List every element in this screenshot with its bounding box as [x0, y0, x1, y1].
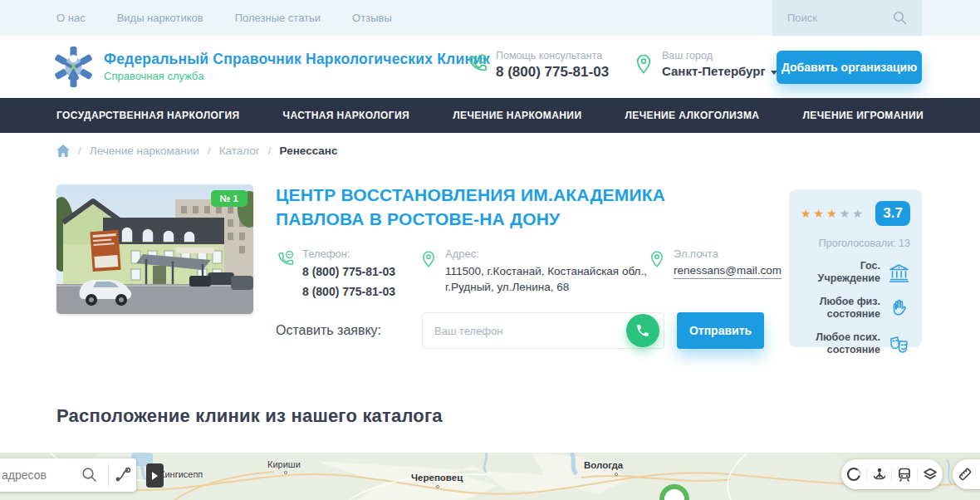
search-box[interactable]: Поиск [772, 0, 922, 36]
clinic-photo[interactable]: № 1 [56, 184, 253, 314]
header: Федеральный Справочник Наркологических К… [0, 36, 980, 98]
top-links: О нас Виды наркотиков Полезные статьи От… [56, 0, 392, 36]
clinic-email-link[interactable]: renessans@mail.com [674, 264, 782, 279]
hand-icon [888, 297, 910, 320]
map-route-icon[interactable] [115, 466, 131, 483]
site-subtitle: Справочная служба [104, 70, 203, 82]
star-icon[interactable]: ★ [801, 207, 814, 220]
phone-input[interactable] [434, 313, 617, 348]
city-selector[interactable]: Санкт-Петербург [662, 64, 777, 78]
phone-label: Телефон: [302, 248, 395, 260]
main-nav: ГОСУДАРСТВЕННАЯ НАРКОЛОГИЯ ЧАСТНАЯ НАРКО… [0, 98, 980, 133]
page: О нас Виды наркотиков Полезные статьи От… [0, 0, 980, 500]
clinic-address-line1: 111500, г.Костанай, Костанайская обл., [445, 263, 647, 279]
map-ruler-icon[interactable] [953, 459, 978, 489]
clinic-phone-block: Телефон: 8 (800) 775-81-03 8 (800) 775-8… [277, 248, 395, 300]
clinic-phone-1[interactable]: 8 (800) 775-81-03 [302, 263, 395, 280]
map-panorama-icon[interactable] [867, 459, 892, 489]
nav-item-private-narcology[interactable]: ЧАСТНАЯ НАРКОЛОГИЯ [283, 110, 410, 121]
star-icon[interactable]: ★ [852, 207, 865, 220]
nav-item-alcohol-treatment[interactable]: ЛЕЧЕНИЕ АЛКОГОЛИЗМА [625, 110, 760, 121]
submit-button[interactable]: Отправить [677, 312, 764, 349]
star-rating[interactable]: ★★★★★ [801, 207, 865, 220]
play-icon [152, 472, 158, 480]
clinic-address-block: Адрес: 111500, г.Костанай, Костанайская … [419, 248, 656, 295]
clinic-title: ЦЕНТР ВОССТАНОВЛЕНИЯ ИМ.АКАДЕМИКА ПАВЛОВ… [276, 183, 753, 231]
map-layers-icon[interactable] [918, 459, 943, 489]
phone-input-wrap [422, 312, 664, 349]
map-controls [841, 459, 943, 489]
bank-icon [888, 262, 910, 284]
map-label-kirishi: Кириши [267, 459, 301, 469]
email-label: Эл.почта [674, 248, 782, 260]
phone-icon [277, 249, 295, 269]
clinic-address-line2: г.Рудный, ул.Ленина, 68 [445, 279, 647, 295]
nav-item-state-narcology[interactable]: ГОСУДАРСТВЕННАЯ НАРКОЛОГИЯ [56, 110, 240, 121]
call-icon [635, 323, 650, 338]
clinic-phone-2[interactable]: 8 (800) 775-81-03 [302, 283, 395, 300]
rank-badge: № 1 [211, 190, 247, 207]
consultant-label: Помощь консультанта [496, 50, 609, 61]
map-label-cherepovets: Череповец [411, 473, 463, 483]
feature-physical-state: Любое физ.состояние [801, 296, 910, 321]
star-icon[interactable]: ★ [814, 207, 827, 220]
breadcrumb-link-drug-treatment[interactable]: Лечение наркомании [90, 145, 199, 157]
location-pin-icon [633, 53, 654, 75]
nav-item-gambling-treatment[interactable]: ЛЕЧЕНИЕ ИГРОМАНИИ [802, 110, 923, 121]
top-link-articles[interactable]: Полезные статьи [235, 12, 321, 24]
address-label: Адрес: [445, 248, 647, 260]
map[interactable]: Кингисепп Кириши Череповец Вологда адрес… [0, 453, 980, 500]
rating-score-badge: 3.7 [875, 201, 910, 226]
clinic-email-block: Эл.почта renessans@mail.com [648, 248, 782, 279]
call-button[interactable] [626, 314, 659, 347]
feature-psychic-state: Любое псих.состояние [801, 331, 910, 356]
phone-consultant-icon [467, 53, 488, 75]
star-icon[interactable]: ★ [840, 207, 853, 220]
map-traffic-icon[interactable] [841, 459, 866, 489]
consultant-phone[interactable]: 8 (800) 775-81-03 [496, 64, 609, 81]
add-organization-button[interactable]: Добавить организацию [777, 51, 922, 84]
home-icon[interactable] [56, 145, 70, 157]
rating-panel: ★★★★★ 3.7 Проголосовали: 13 Гос.Учрежден… [789, 189, 922, 347]
consultant-block: Помощь консультанта 8 (800) 775-81-03 [467, 50, 609, 81]
city-label: Ваш город [662, 50, 777, 61]
map-search-text: адресов [2, 468, 47, 482]
breadcrumb: / Лечение наркомании / Каталог / Ренесса… [56, 145, 337, 157]
request-label: Оставить заявку: [276, 323, 381, 338]
map-section-heading: Расположение клиник из нашего каталога [56, 405, 443, 427]
site-title[interactable]: Федеральный Справочник Наркологических К… [104, 51, 490, 68]
breadcrumb-current: Ренессанс [279, 145, 337, 157]
search-placeholder: Поиск [787, 12, 817, 24]
feature-state-institution: Гос.Учреждение [801, 260, 910, 285]
top-bar: О нас Виды наркотиков Полезные статьи От… [0, 0, 980, 36]
address-pin-icon [419, 249, 438, 269]
nav-item-drug-treatment[interactable]: ЛЕЧЕНИЕ НАРКОМАНИИ [453, 110, 581, 121]
top-link-drug-types[interactable]: Виды наркотиков [117, 12, 203, 24]
map-expand-button[interactable] [146, 463, 164, 488]
votes-count: Проголосовали: 13 [801, 238, 910, 249]
map-label-kingisepp: Кингисепп [159, 469, 203, 479]
top-link-reviews[interactable]: Отзывы [352, 12, 392, 24]
map-label-vologda: Вологда [584, 460, 623, 470]
breadcrumb-link-catalog[interactable]: Каталог [219, 145, 260, 157]
search-icon[interactable] [893, 11, 907, 25]
masks-icon [888, 333, 910, 355]
map-search-icon[interactable] [81, 467, 97, 483]
site-logo-icon[interactable] [51, 45, 96, 89]
star-icon[interactable]: ★ [826, 207, 840, 220]
map-ruler-control [953, 459, 980, 489]
city-block: Ваш город Санкт-Петербург [633, 50, 777, 78]
map-search-box[interactable]: адресов [0, 458, 136, 492]
email-pin-icon [648, 249, 666, 269]
top-link-about[interactable]: О нас [56, 12, 86, 24]
map-transport-icon[interactable] [892, 459, 917, 489]
